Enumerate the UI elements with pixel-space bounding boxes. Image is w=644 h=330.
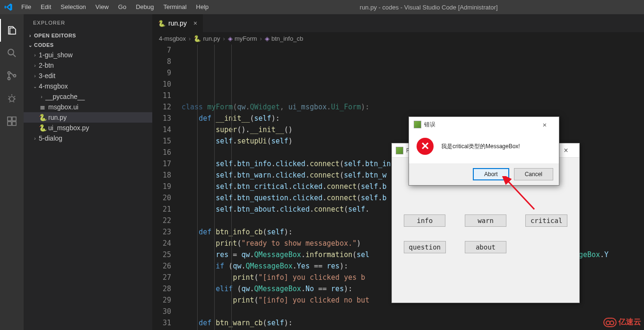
svg-rect-6 bbox=[8, 122, 11, 125]
folder-3-edit[interactable]: ›3-edit bbox=[24, 71, 152, 81]
svg-rect-7 bbox=[12, 122, 16, 125]
activity-bar bbox=[0, 14, 24, 330]
menu-file[interactable]: File bbox=[17, 0, 36, 14]
abort-button[interactable]: Abort bbox=[473, 168, 509, 180]
folder-5-dialog[interactable]: ›5-dialog bbox=[24, 133, 152, 143]
menu-selection[interactable]: Selection bbox=[56, 0, 90, 14]
svg-point-2 bbox=[8, 78, 10, 80]
svg-point-4 bbox=[9, 97, 14, 101]
menu-view[interactable]: View bbox=[91, 0, 113, 14]
critical-button[interactable]: critical bbox=[525, 214, 567, 227]
error-messagebox: 错误 × ✕ 我是critical类型的MessageBox! Abort Ca… bbox=[409, 116, 559, 186]
tab-run-py[interactable]: 🐍 run.py × bbox=[152, 14, 203, 32]
window-icon bbox=[414, 121, 421, 128]
msgbox-title-text: 错误 bbox=[424, 121, 435, 129]
titlebar: File Edit Selection View Go Debug Termin… bbox=[0, 0, 644, 14]
menu-help[interactable]: Help bbox=[191, 0, 214, 14]
window-title: run.py - codes - Visual Studio Code [Adm… bbox=[213, 4, 644, 11]
menu-bar: File Edit Selection View Go Debug Termin… bbox=[17, 0, 213, 14]
vscode-logo-icon bbox=[0, 3, 17, 11]
watermark-icon bbox=[603, 318, 617, 327]
svg-point-3 bbox=[14, 75, 16, 77]
warn-button[interactable]: warn bbox=[465, 214, 506, 227]
sidebar-title: EXPLORER bbox=[24, 14, 152, 31]
watermark: 亿速云 bbox=[603, 317, 641, 327]
svg-point-0 bbox=[8, 49, 14, 55]
msgbox-titlebar[interactable]: 错误 × bbox=[409, 117, 559, 132]
class-icon: ◈ bbox=[228, 35, 233, 42]
tab-bar: 🐍 run.py × bbox=[152, 14, 644, 32]
menu-debug[interactable]: Debug bbox=[131, 0, 158, 14]
search-icon[interactable] bbox=[0, 42, 24, 64]
svg-rect-5 bbox=[8, 117, 11, 121]
explorer-icon[interactable] bbox=[0, 19, 24, 42]
about-button[interactable]: about bbox=[465, 241, 506, 253]
extensions-icon[interactable] bbox=[0, 110, 24, 133]
sidebar: EXPLORER ›OPEN EDITORS ⌄CODES ›1-gui_sho… bbox=[24, 14, 152, 330]
debug-icon[interactable] bbox=[0, 87, 24, 110]
python-icon: 🐍 bbox=[193, 35, 201, 42]
svg-rect-8 bbox=[12, 117, 16, 121]
msgbox-text: 我是critical类型的MessageBox! bbox=[441, 143, 520, 151]
error-icon: ✕ bbox=[417, 138, 434, 155]
line-gutter: 7891011121314151617181920212223242526272… bbox=[152, 45, 180, 330]
svg-point-1 bbox=[8, 72, 10, 74]
close-icon[interactable]: × bbox=[557, 146, 575, 155]
python-icon: 🐍 bbox=[158, 20, 165, 27]
window-icon bbox=[396, 147, 403, 154]
folder-1-gui-show[interactable]: ›1-gui_show bbox=[24, 50, 152, 60]
close-icon[interactable]: × bbox=[193, 19, 197, 27]
workspace-section[interactable]: ⌄CODES bbox=[24, 40, 152, 50]
menu-terminal[interactable]: Terminal bbox=[158, 0, 191, 14]
breadcrumb[interactable]: 4-msgbox› 🐍run.py› ◈myForm› ◈btn_info_cb bbox=[152, 32, 644, 45]
close-icon[interactable]: × bbox=[535, 121, 554, 129]
info-button[interactable]: info bbox=[404, 214, 445, 227]
question-button[interactable]: question bbox=[404, 241, 446, 253]
menu-go[interactable]: Go bbox=[113, 0, 131, 14]
cancel-button[interactable]: Cancel bbox=[514, 168, 553, 180]
tab-label: run.py bbox=[168, 19, 187, 27]
open-editors-section[interactable]: ›OPEN EDITORS bbox=[24, 31, 152, 40]
file-msgbox-ui[interactable]: ≣msgbox.ui bbox=[24, 102, 152, 112]
source-control-icon[interactable] bbox=[0, 64, 24, 87]
folder-2-btn[interactable]: ›2-btn bbox=[24, 60, 152, 71]
menu-edit[interactable]: Edit bbox=[36, 0, 56, 14]
file-ui-msgbox-py[interactable]: 🐍ui_msgbox.py bbox=[24, 123, 152, 133]
folder-4-msgbox[interactable]: ⌄4-msgbox bbox=[24, 81, 152, 91]
file-run-py[interactable]: 🐍run.py bbox=[24, 112, 152, 123]
folder-pycache[interactable]: ›__pycache__ bbox=[24, 91, 152, 102]
method-icon: ◈ bbox=[265, 35, 270, 42]
